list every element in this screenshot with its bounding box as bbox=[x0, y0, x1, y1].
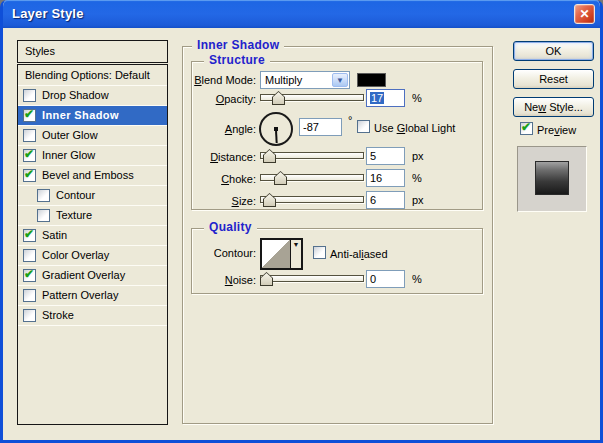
list-item-label: Stroke bbox=[42, 306, 74, 325]
list-item-inner-glow[interactable]: ✔ Inner Glow bbox=[18, 146, 167, 166]
gradient-overlay-checkbox[interactable]: ✔ bbox=[23, 269, 36, 282]
choke-slider[interactable] bbox=[260, 171, 364, 185]
list-item-label: Inner Glow bbox=[42, 146, 95, 165]
list-item-gradient-overlay[interactable]: ✔ Gradient Overlay bbox=[18, 266, 167, 286]
list-item-satin[interactable]: ✔ Satin bbox=[18, 226, 167, 246]
opacity-label: Opacity: bbox=[153, 93, 256, 106]
contour-dropdown-arrow-icon[interactable]: ▼ bbox=[290, 240, 301, 268]
list-item-label: Color Overlay bbox=[42, 246, 109, 265]
opacity-unit: % bbox=[412, 92, 422, 104]
structure-group-title: Structure bbox=[204, 54, 270, 67]
inner-shadow-checkbox[interactable]: ✔ bbox=[23, 109, 36, 122]
angle-unit: ° bbox=[348, 114, 352, 126]
noise-slider[interactable] bbox=[260, 272, 364, 286]
size-input[interactable]: 6 bbox=[366, 191, 405, 209]
list-item-label: Outer Glow bbox=[42, 126, 98, 145]
list-item-label: Inner Shadow bbox=[42, 106, 119, 125]
blend-mode-label: Blend Mode: bbox=[153, 74, 256, 87]
distance-slider[interactable] bbox=[260, 149, 364, 163]
anti-aliased-checkbox[interactable] bbox=[313, 246, 326, 259]
choke-unit: % bbox=[412, 172, 422, 184]
quality-group-title: Quality bbox=[204, 221, 257, 234]
reset-button[interactable]: Reset bbox=[513, 69, 594, 89]
size-slider[interactable] bbox=[260, 193, 364, 207]
list-item-stroke[interactable]: Stroke bbox=[18, 306, 167, 326]
list-item-drop-shadow[interactable]: Drop Shadow bbox=[18, 86, 167, 106]
inner-shadow-group-title: Inner Shadow bbox=[192, 39, 284, 52]
list-item-blending-options[interactable]: Blending Options: Default bbox=[18, 65, 167, 86]
drop-shadow-checkbox[interactable] bbox=[23, 89, 36, 102]
list-item-outer-glow[interactable]: Outer Glow bbox=[18, 126, 167, 146]
angle-dial[interactable] bbox=[259, 112, 293, 146]
style-preview-thumbnail bbox=[535, 161, 569, 195]
blend-mode-value: Multiply bbox=[265, 74, 302, 86]
contour-checkbox[interactable] bbox=[37, 189, 50, 202]
list-item-label: Satin bbox=[42, 226, 67, 245]
list-item-label: Texture bbox=[56, 206, 92, 225]
shadow-color-swatch[interactable] bbox=[357, 73, 386, 87]
close-button[interactable]: ✕ bbox=[574, 4, 595, 24]
opacity-slider[interactable] bbox=[260, 91, 364, 105]
size-unit: px bbox=[412, 194, 424, 206]
noise-unit: % bbox=[412, 273, 422, 285]
list-item-label: Contour bbox=[56, 186, 95, 205]
inner-glow-checkbox[interactable]: ✔ bbox=[23, 149, 36, 162]
contour-label: Contour: bbox=[153, 247, 256, 260]
outer-glow-checkbox[interactable] bbox=[23, 129, 36, 142]
blend-mode-select[interactable]: Multiply ▼ bbox=[260, 71, 350, 89]
list-item-label: Drop Shadow bbox=[42, 86, 109, 105]
choke-label: Choke: bbox=[153, 173, 256, 186]
styles-panel-header: Styles bbox=[17, 40, 168, 63]
choke-input[interactable]: 16 bbox=[366, 169, 405, 187]
bevel-emboss-checkbox[interactable]: ✔ bbox=[23, 169, 36, 182]
distance-unit: px bbox=[412, 150, 424, 162]
chevron-down-icon[interactable]: ▼ bbox=[332, 73, 348, 87]
list-item-contour[interactable]: Contour bbox=[18, 186, 167, 206]
list-item-label: Blending Options: Default bbox=[25, 69, 150, 81]
texture-checkbox[interactable] bbox=[37, 209, 50, 222]
ok-button[interactable]: OK bbox=[513, 41, 594, 61]
list-item-color-overlay[interactable]: Color Overlay bbox=[18, 246, 167, 266]
noise-label: Noise: bbox=[153, 274, 256, 287]
pattern-overlay-checkbox[interactable] bbox=[23, 289, 36, 302]
list-item-inner-shadow[interactable]: ✔ Inner Shadow bbox=[18, 106, 167, 126]
list-item-label: Pattern Overlay bbox=[42, 286, 118, 305]
use-global-light-checkbox[interactable] bbox=[357, 120, 370, 133]
layer-style-dialog: Layer Style ✕ Styles Blending Options: D… bbox=[0, 0, 603, 443]
angle-label: Angle: bbox=[153, 123, 256, 136]
contour-thumbnail[interactable] bbox=[262, 240, 290, 268]
angle-dial-needle bbox=[275, 130, 278, 143]
distance-label: Distance: bbox=[153, 151, 256, 164]
list-item-pattern-overlay[interactable]: Pattern Overlay bbox=[18, 286, 167, 306]
title-bar[interactable]: Layer Style ✕ bbox=[3, 0, 600, 28]
stroke-checkbox[interactable] bbox=[23, 309, 36, 322]
satin-checkbox[interactable]: ✔ bbox=[23, 229, 36, 242]
contour-picker[interactable]: ▼ bbox=[260, 238, 303, 270]
distance-input[interactable]: 5 bbox=[366, 147, 405, 165]
new-style-button[interactable]: New Style... bbox=[513, 97, 594, 117]
color-overlay-checkbox[interactable] bbox=[23, 249, 36, 262]
window-title: Layer Style bbox=[12, 6, 84, 21]
angle-input[interactable]: -87 bbox=[299, 118, 342, 136]
styles-list: Blending Options: Default Drop Shadow ✔ … bbox=[17, 64, 168, 425]
list-item-label: Bevel and Emboss bbox=[42, 166, 134, 185]
list-item-label: Gradient Overlay bbox=[42, 266, 125, 285]
preview-label: Preview bbox=[537, 124, 576, 136]
noise-input[interactable]: 0 bbox=[366, 270, 405, 288]
style-preview-panel bbox=[517, 146, 587, 212]
anti-aliased-label: Anti-aliased bbox=[330, 248, 388, 260]
preview-checkbox[interactable]: ✔ bbox=[520, 122, 533, 135]
use-global-light-label: Use Global Light bbox=[374, 122, 455, 134]
list-item-texture[interactable]: Texture bbox=[18, 206, 167, 226]
list-item-bevel-and-emboss[interactable]: ✔ Bevel and Emboss bbox=[18, 166, 167, 186]
opacity-input[interactable]: 17 bbox=[366, 89, 405, 107]
size-label: Size: bbox=[153, 195, 256, 208]
noise-slider-track[interactable] bbox=[260, 275, 364, 282]
